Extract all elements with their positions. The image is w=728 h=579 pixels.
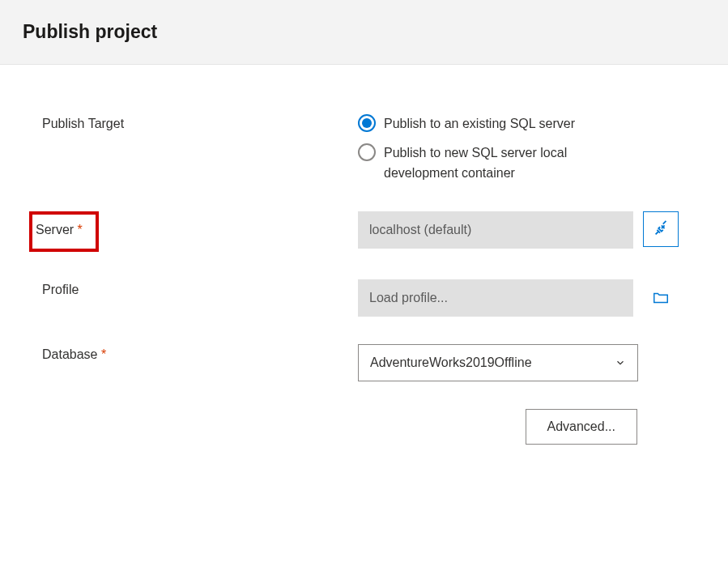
database-field: AdventureWorks2019Offline — [358, 344, 686, 381]
profile-browse-button[interactable] — [643, 279, 679, 315]
publish-target-label: Publish Target — [42, 113, 358, 131]
database-row: Database AdventureWorks2019Offline — [42, 344, 686, 381]
dialog-header: Publish project — [0, 0, 728, 65]
chevron-down-icon — [615, 357, 626, 368]
advanced-row: Advanced... — [42, 409, 686, 445]
server-connect-button[interactable] — [643, 211, 679, 247]
advanced-button[interactable]: Advanced... — [526, 409, 638, 445]
radio-icon — [358, 143, 376, 161]
publish-target-row: Publish Target Publish to an existing SQ… — [42, 113, 686, 184]
server-row: Server * — [42, 211, 686, 252]
profile-field — [358, 279, 686, 317]
dialog-title: Publish project — [23, 21, 705, 43]
profile-input[interactable] — [358, 279, 633, 317]
radio-icon — [358, 114, 376, 132]
publish-target-field: Publish to an existing SQL server Publis… — [358, 113, 686, 184]
database-select[interactable]: AdventureWorks2019Offline — [358, 344, 638, 381]
radio-new-container[interactable]: Publish to new SQL server local developm… — [358, 143, 627, 184]
radio-new-label: Publish to new SQL server local developm… — [384, 143, 627, 184]
radio-existing-label: Publish to an existing SQL server — [384, 113, 575, 134]
dialog-content: Publish Target Publish to an existing SQ… — [0, 65, 728, 445]
server-label-col: Server * — [42, 211, 358, 252]
database-value: AdventureWorks2019Offline — [370, 355, 532, 370]
server-label: Server — [36, 223, 74, 236]
profile-row: Profile — [42, 279, 686, 317]
profile-label: Profile — [42, 279, 358, 297]
database-label: Database — [42, 344, 358, 362]
radio-existing-server[interactable]: Publish to an existing SQL server — [358, 113, 627, 134]
plug-icon — [652, 220, 670, 238]
server-field — [358, 211, 686, 249]
server-input[interactable] — [358, 211, 633, 249]
publish-target-radio-group: Publish to an existing SQL server Publis… — [358, 113, 627, 184]
server-highlight: Server * — [29, 211, 99, 252]
folder-icon — [652, 288, 670, 306]
